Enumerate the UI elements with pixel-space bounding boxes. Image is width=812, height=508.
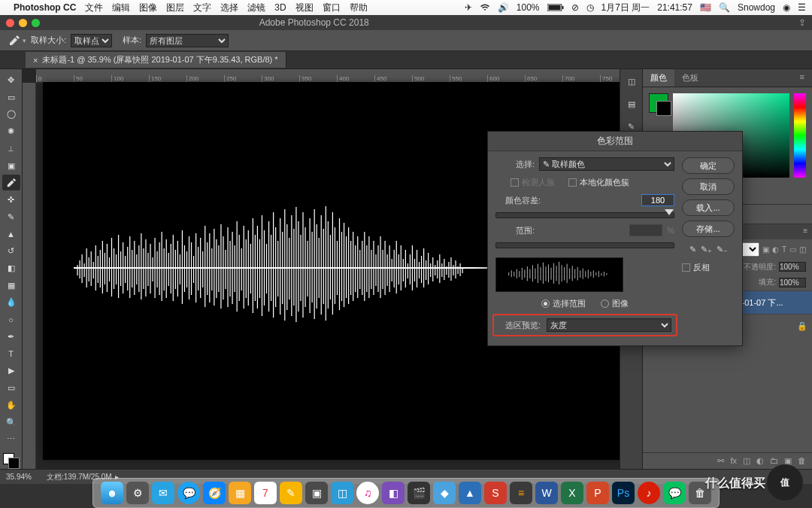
dock-app6[interactable]: S	[484, 482, 507, 504]
save-button[interactable]: 存储...	[682, 221, 735, 237]
invert-checkbox[interactable]: 反相	[682, 262, 735, 273]
healing-tool[interactable]: ✜	[2, 192, 20, 208]
filter-smart-icon[interactable]: ◫	[799, 245, 806, 254]
foreground-color-swatch[interactable]	[649, 93, 668, 113]
menu-file[interactable]: 文件	[85, 2, 103, 14]
input-source-icon[interactable]: 🇺🇸	[700, 2, 711, 13]
stamp-tool[interactable]: ▲	[2, 227, 20, 242]
eyedropper-tool[interactable]	[2, 175, 20, 190]
dock-app3[interactable]: ◧	[382, 482, 404, 504]
link-layers-icon[interactable]: ⚯	[717, 456, 724, 466]
select-dropdown[interactable]: ✎ 取样颜色	[539, 157, 674, 171]
dodge-tool[interactable]: ○	[2, 312, 20, 327]
menu-3d[interactable]: 3D	[274, 2, 286, 13]
adjustment-layer-icon[interactable]: ◐	[756, 456, 764, 466]
dock-wechat[interactable]: 💬	[663, 482, 686, 504]
zoom-window-button[interactable]	[32, 19, 40, 27]
shape-tool[interactable]: ▭	[2, 380, 20, 396]
menu-view[interactable]: 视图	[295, 2, 314, 14]
sample-layers-select[interactable]: 所有图层	[146, 34, 229, 47]
mac-dock[interactable]: ☻ ⚙ ✉ 💬 🧭 ▦ 7 ✎ ▣ ◫ ♫ ◧ 🎬 ◆ ▲ S ≡ W X P …	[0, 472, 812, 508]
dock-terminal[interactable]: ▣	[305, 482, 328, 504]
fuzziness-input[interactable]	[641, 194, 674, 206]
spotlight-icon[interactable]: 🔍	[719, 2, 730, 13]
volume-icon[interactable]: 🔊	[498, 2, 509, 13]
cancel-button[interactable]: 取消	[682, 178, 735, 195]
menu-edit[interactable]: 编辑	[112, 2, 130, 14]
dock-sublime[interactable]: ≡	[510, 482, 532, 504]
delete-layer-icon[interactable]: 🗑	[798, 456, 806, 466]
type-tool[interactable]: T	[2, 346, 20, 362]
document-tab[interactable]: × 未标题-1 @ 35.9% (屏幕快照 2019-01-07 下午9.35.…	[26, 52, 286, 68]
ok-button[interactable]: 确定	[682, 157, 735, 174]
dock-app4[interactable]: ◆	[433, 482, 456, 504]
tab-swatches[interactable]: 色板	[674, 69, 706, 87]
history-panel-icon[interactable]: ◫	[624, 74, 639, 89]
menubar-user[interactable]: Snowdog	[738, 2, 775, 13]
filter-adjust-icon[interactable]: ◐	[772, 245, 779, 254]
filter-image-icon[interactable]: ▣	[762, 245, 769, 254]
layers-panel-menu-icon[interactable]: ≡	[798, 224, 812, 239]
menu-filter[interactable]: 滤镜	[247, 2, 265, 14]
filter-type-icon[interactable]: T	[782, 245, 786, 254]
properties-panel-icon[interactable]: ▤	[624, 96, 639, 111]
notification-center-icon[interactable]: ☰	[798, 2, 806, 13]
opacity-input[interactable]	[779, 262, 806, 272]
lasso-tool[interactable]: ◯	[2, 106, 20, 122]
wifi-icon[interactable]	[480, 4, 490, 11]
radio-image[interactable]: 图像	[601, 298, 629, 309]
color-swatches[interactable]	[3, 453, 20, 469]
layer-mask-icon[interactable]: ◫	[743, 456, 750, 466]
clock-icon[interactable]: ◷	[586, 2, 594, 13]
radio-selection[interactable]: 选择范围	[541, 298, 586, 309]
localized-checkbox[interactable]: 本地化颜色簇	[568, 177, 629, 188]
dock-photoshop[interactable]: Ps	[612, 482, 635, 504]
edit-toolbar[interactable]: ⋯	[2, 431, 20, 447]
pen-tool[interactable]: ✒	[2, 329, 20, 345]
layer-fx-icon[interactable]: fx	[730, 456, 737, 466]
dock-safari[interactable]: 🧭	[203, 482, 226, 504]
dock-itunes[interactable]: ♫	[356, 482, 379, 504]
filter-shape-icon[interactable]: ▭	[789, 245, 796, 254]
menu-type[interactable]: 文字	[193, 2, 211, 14]
eyedropper-tool-icon[interactable]	[6, 32, 23, 49]
siri-icon[interactable]: ◉	[783, 2, 790, 13]
dock-powerpoint[interactable]: P	[586, 482, 609, 504]
dock-mail[interactable]: ✉	[152, 482, 174, 504]
share-icon[interactable]: ⇪	[798, 17, 806, 28]
dock-settings[interactable]: ⚙	[126, 482, 149, 504]
eyedropper-plus-icon[interactable]: ✎₊	[701, 245, 712, 254]
battery-icon[interactable]	[547, 4, 564, 11]
eraser-tool[interactable]: ◧	[2, 260, 20, 276]
mac-menubar[interactable]: Photoshop CC 文件 编辑 图像 图层 文字 选择 滤镜 3D 视图 …	[0, 0, 812, 15]
dock-app2[interactable]: ◫	[331, 482, 353, 504]
crop-tool[interactable]: ⟂	[2, 141, 20, 157]
dock-netease[interactable]: ♪	[638, 482, 660, 504]
minimize-window-button[interactable]	[19, 19, 27, 27]
color-range-dialog[interactable]: 色彩范围 选择: ✎ 取样颜色 检测人脸 本地化颜色簇 颜色容差: 范围: %	[487, 131, 743, 346]
telegram-icon[interactable]: ✈	[465, 2, 472, 13]
document-tab-close-icon[interactable]: ×	[33, 56, 38, 65]
marquee-tool[interactable]: ▭	[2, 90, 20, 105]
fill-input[interactable]	[779, 278, 806, 287]
layer-group-icon[interactable]: 🗀	[770, 456, 778, 466]
dock-excel[interactable]: X	[561, 482, 583, 504]
layer-lock-icon[interactable]: 🔒	[797, 321, 807, 331]
menubar-time[interactable]: 21:41:57	[657, 2, 692, 13]
sample-size-select[interactable]: 取样点	[71, 34, 112, 47]
dnd-icon[interactable]: ⊘	[571, 2, 579, 13]
path-select-tool[interactable]: ▶	[2, 363, 20, 379]
chevron-down-icon[interactable]: ▾	[23, 37, 26, 44]
brush-tool[interactable]: ✎	[2, 209, 20, 225]
menu-help[interactable]: 帮助	[350, 2, 368, 14]
dock-chat[interactable]: 💬	[177, 482, 200, 504]
ruler-vertical[interactable]	[23, 83, 36, 469]
dock-app5[interactable]: ▲	[459, 482, 481, 504]
menu-image[interactable]: 图像	[139, 2, 157, 14]
eyedropper-minus-icon[interactable]: ✎₋	[717, 245, 728, 254]
hand-tool[interactable]: ✋	[2, 397, 20, 413]
blur-tool[interactable]: 💧	[2, 295, 20, 311]
panel-menu-icon[interactable]: ≡	[792, 69, 812, 87]
history-brush-tool[interactable]: ↺	[2, 243, 20, 259]
move-tool[interactable]: ✥	[2, 72, 20, 88]
